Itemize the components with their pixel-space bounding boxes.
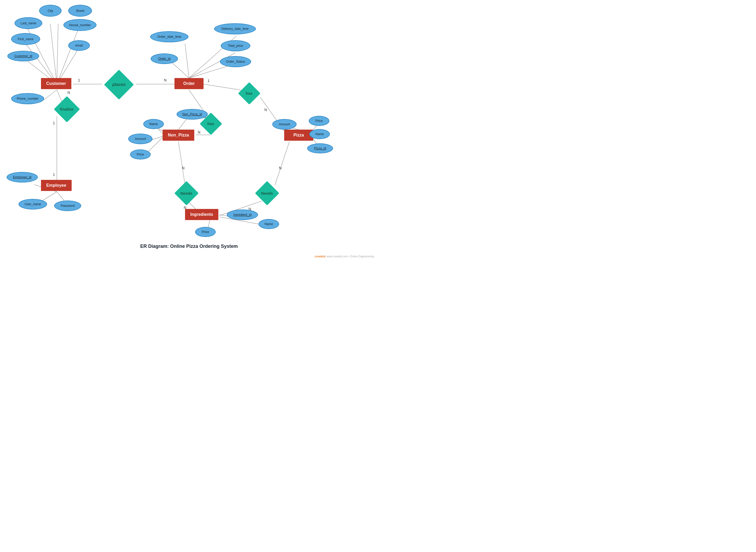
- attr-deliverydatetime: Delivery_date_time: [214, 23, 256, 34]
- attr-pizzaid: Pizza_id: [307, 143, 333, 153]
- svg-line-5: [57, 26, 79, 84]
- attr-customerid: Customer_id: [7, 51, 39, 61]
- entity-customer: Customer: [41, 78, 71, 89]
- diamond-needs2: Needs: [254, 185, 280, 201]
- diamond-places: places: [102, 77, 136, 93]
- attr-street: Street: [68, 5, 92, 17]
- attr-lastname: Last_name: [15, 17, 42, 29]
- attr-ingredientid: ingredient_id: [227, 210, 258, 220]
- svg-line-0: [50, 24, 57, 84]
- svg-line-47: [275, 141, 290, 185]
- attr-price-ingredients: Price: [195, 227, 216, 237]
- svg-text:N: N: [67, 91, 70, 95]
- entity-employee: Employee: [41, 180, 72, 191]
- attr-name-nonpizza: Name: [143, 119, 164, 129]
- entity-nonpizza: Non_Pizza: [163, 130, 194, 141]
- svg-line-1: [57, 24, 58, 84]
- svg-text:1: 1: [78, 78, 80, 82]
- entity-order: Order: [174, 78, 204, 89]
- diagram-canvas: 1 N 1 N 1 N N 1 1 N: [0, 0, 378, 259]
- attr-amount-nonpizza: Amount: [128, 134, 153, 144]
- attr-email: email: [68, 40, 90, 51]
- diamond-needs1: Needs: [173, 185, 200, 201]
- entity-pizza: Pizza: [284, 130, 313, 141]
- svg-line-12: [185, 44, 189, 78]
- svg-text:1: 1: [53, 121, 55, 125]
- svg-text:N: N: [182, 166, 185, 170]
- attr-nonpizzaid: Non_Pizza_id: [177, 109, 208, 120]
- svg-text:N: N: [279, 166, 281, 170]
- attr-amount-pizza: Amount: [272, 119, 297, 130]
- attr-employeeid: Employee_id: [7, 172, 38, 182]
- creately-logo: creately www.creately.com • Online Diagr…: [315, 255, 374, 258]
- diamond-has1: has: [238, 86, 260, 101]
- attr-orderdatetime: Order_date_time: [150, 31, 188, 42]
- attr-orderid: Order_id: [151, 53, 178, 64]
- svg-text:1: 1: [207, 79, 210, 83]
- attr-price-pizza: Price: [309, 116, 329, 126]
- attr-name-pizza: Name: [309, 129, 330, 139]
- diagram-title: ER Diagram: Online Pizza Ordering System: [0, 244, 378, 249]
- attr-username: User_name: [18, 199, 47, 210]
- svg-line-7: [44, 90, 57, 100]
- entity-ingredients: Ingredients: [185, 209, 218, 220]
- attr-password: Password: [54, 200, 81, 211]
- diamond-has2: has: [200, 116, 222, 131]
- attr-housenumber: House_number: [63, 19, 97, 31]
- svg-line-3: [22, 40, 57, 84]
- attr-totalprice: Total_price: [221, 40, 250, 51]
- attr-price-nonpizza: Price: [130, 149, 151, 159]
- svg-line-43: [178, 141, 185, 185]
- attr-name-ingredients: Name: [258, 219, 279, 229]
- svg-text:1: 1: [53, 172, 55, 177]
- svg-text:N: N: [264, 108, 267, 112]
- attr-orderstatus: Order_Status: [220, 56, 251, 67]
- attr-firstname: First_name: [11, 33, 40, 45]
- diamond-finalize: finalize: [51, 102, 82, 116]
- attr-phonenumber: Phone_number: [11, 93, 44, 104]
- attr-city: City: [39, 5, 61, 17]
- svg-text:N: N: [164, 78, 167, 82]
